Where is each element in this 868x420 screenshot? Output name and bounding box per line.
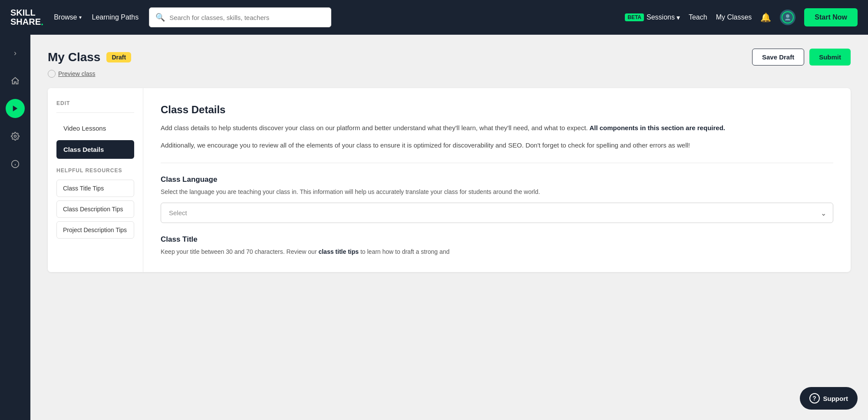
helpful-resources-label: HELPFUL RESOURCES	[56, 167, 134, 174]
title-desc: Keep your title between 30 and 70 charac…	[161, 247, 833, 256]
page-wrapper: › My Class Draft Save Draft Submit	[0, 35, 868, 420]
sessions-chevron-icon: ▾	[677, 13, 680, 22]
menu-item-video-lessons[interactable]: Video Lessons	[56, 119, 134, 138]
right-panel: Class Details Add class details to help …	[143, 88, 851, 272]
resource-class-description-tips[interactable]: Class Description Tips	[56, 200, 134, 218]
beta-badge: BETA	[625, 13, 644, 21]
nav-right: BETA Sessions ▾ Teach My Classes 🔔 Start…	[625, 8, 858, 26]
avatar[interactable]	[780, 10, 795, 25]
logo[interactable]: SKILL SHARE .	[10, 8, 43, 27]
language-select[interactable]: Select English Spanish French German Por…	[161, 203, 833, 223]
avatar-inner	[782, 11, 794, 23]
draft-badge: Draft	[106, 52, 131, 62]
class-title-tips-link[interactable]: class title tips	[318, 248, 359, 255]
sessions-label: Sessions ▾	[647, 13, 680, 22]
preview-class-link[interactable]: Preview class	[48, 70, 851, 78]
notifications-icon[interactable]: 🔔	[760, 12, 771, 23]
preview-circle-icon	[48, 70, 56, 78]
class-language-field: Class Language Select the language you a…	[161, 175, 833, 223]
title-label: Class Title	[161, 235, 833, 244]
section-desc2: Additionally, we encourage you to review…	[161, 140, 833, 151]
my-classes-nav[interactable]: My Classes	[716, 13, 752, 21]
search-icon: 🔍	[155, 13, 165, 22]
language-label: Class Language	[161, 175, 833, 184]
sidebar-play-btn[interactable]	[6, 99, 25, 118]
svg-point-0	[786, 14, 789, 18]
sidebar: ›	[0, 35, 30, 420]
menu-item-class-details[interactable]: Class Details	[56, 140, 134, 159]
submit-button[interactable]: Submit	[809, 49, 851, 66]
browse-chevron-icon: ▾	[79, 14, 82, 20]
navbar: SKILL SHARE . Browse ▾ Learning Paths 🔍 …	[0, 0, 868, 35]
learning-paths-nav[interactable]: Learning Paths	[92, 13, 139, 21]
edit-label: EDIT	[56, 100, 134, 106]
support-button[interactable]: ? Support	[800, 387, 858, 410]
sidebar-expand-btn[interactable]: ›	[6, 43, 25, 62]
menu-divider	[56, 112, 134, 113]
header-actions: Save Draft Submit	[752, 49, 851, 66]
search-input[interactable]	[169, 14, 325, 21]
svg-point-2	[14, 135, 17, 138]
section-title: Class Details	[161, 104, 833, 116]
sessions-nav[interactable]: BETA Sessions ▾	[625, 13, 680, 22]
page-title: My Class	[48, 50, 100, 64]
logo-skill: SKILL	[10, 8, 36, 17]
sidebar-gear-btn[interactable]	[6, 127, 25, 146]
sidebar-info-btn[interactable]	[6, 154, 25, 174]
page-title-row: My Class Draft	[48, 50, 131, 64]
language-desc: Select the language you are teaching you…	[161, 187, 833, 197]
section-desc: Add class details to help students disco…	[161, 123, 833, 133]
support-question-icon: ?	[809, 393, 820, 404]
divider	[161, 163, 833, 163]
logo-share: SHARE	[10, 17, 41, 26]
teach-nav[interactable]: Teach	[689, 13, 707, 21]
language-select-wrapper: Select English Spanish French German Por…	[161, 203, 833, 223]
resource-project-description-tips[interactable]: Project Description Tips	[56, 221, 134, 239]
save-draft-button[interactable]: Save Draft	[752, 49, 804, 66]
svg-marker-1	[13, 105, 18, 112]
search-bar[interactable]: 🔍	[149, 7, 331, 27]
start-now-button[interactable]: Start Now	[804, 8, 858, 26]
browse-nav[interactable]: Browse ▾	[54, 13, 81, 21]
left-panel: EDIT Video Lessons Class Details HELPFUL…	[48, 88, 143, 272]
resource-class-title-tips[interactable]: Class Title Tips	[56, 180, 134, 197]
class-title-field: Class Title Keep your title between 30 a…	[161, 235, 833, 256]
sidebar-home-btn[interactable]	[6, 71, 25, 90]
logo-dot: .	[41, 17, 43, 27]
card-container: EDIT Video Lessons Class Details HELPFUL…	[48, 88, 851, 272]
page-header: My Class Draft Save Draft Submit	[48, 49, 851, 66]
main-content: My Class Draft Save Draft Submit Preview…	[30, 35, 868, 420]
